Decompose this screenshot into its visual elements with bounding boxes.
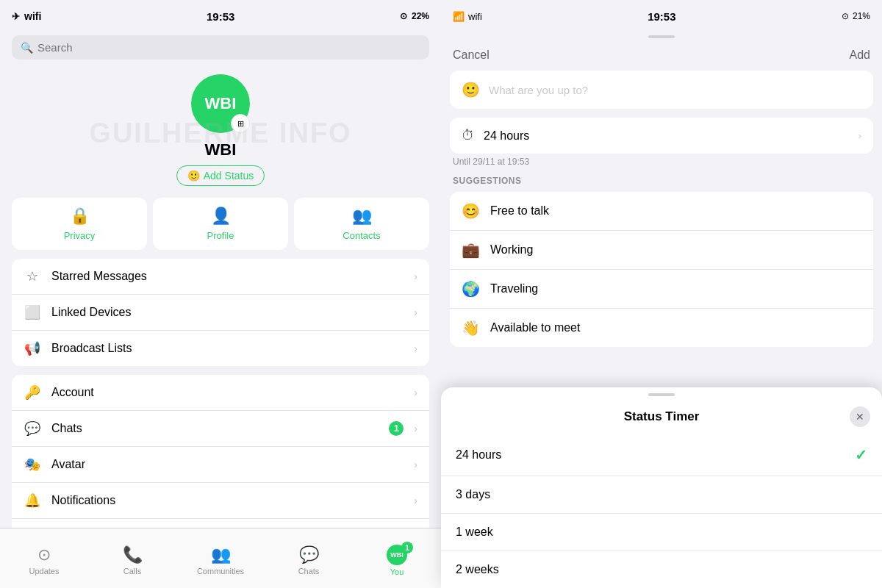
timer-option-24h[interactable]: 24 hours ✓ — [441, 434, 882, 476]
status-placeholder: What are you up to? — [489, 84, 588, 96]
suggestions-label: SUGGESTIONS — [453, 176, 873, 186]
profile-label: Profile — [207, 230, 234, 241]
traveling-emoji: 🌍 — [462, 280, 480, 298]
timer-option-3d[interactable]: 3 days — [441, 476, 882, 514]
you-tab-wrap: WBI 1 — [387, 545, 407, 565]
bottom-tab-bar: ⊙ Updates 📞 Calls 👥 Communities 💬 Chats … — [0, 528, 441, 588]
menu-group-1: ☆ Starred Messages › ⬜ Linked Devices › … — [12, 259, 429, 366]
chevron-right-icon: › — [414, 270, 417, 282]
battery-percent-right: 21% — [853, 11, 870, 21]
tab-updates-label: Updates — [29, 567, 60, 576]
key-icon: 🔑 — [24, 384, 41, 401]
drag-handle — [648, 35, 675, 38]
timer-1w-label: 1 week — [456, 526, 493, 539]
menu-item-broadcast[interactable]: 📢 Broadcast Lists › — [12, 331, 429, 366]
notifications-label: Notifications — [51, 494, 404, 507]
timer-2w-label: 2 weeks — [456, 563, 499, 576]
left-scroll: 🔍 WBI ⊞ WBI 🙂 Add Status GUILHERME INFO — [0, 32, 441, 588]
available-emoji: 👋 — [462, 319, 480, 337]
status-time-right: 19:53 — [648, 10, 675, 23]
status-bar-right: 📶 wifi 19:53 ⊙ 21% — [441, 0, 882, 32]
starred-label: Starred Messages — [51, 270, 404, 283]
menu-item-notifications[interactable]: 🔔 Notifications › — [12, 483, 429, 519]
profile-name: WBI — [205, 140, 237, 159]
suggestion-free-to-talk[interactable]: 😊 Free to talk — [450, 192, 873, 231]
search-input[interactable] — [37, 41, 420, 54]
available-label: Available to meet — [490, 321, 580, 334]
bell-icon: 🔔 — [24, 492, 41, 509]
timer-chevron-icon: › — [858, 130, 861, 141]
timer-sheet-title: Status Timer — [473, 409, 850, 424]
sheet-handle-top — [441, 32, 882, 40]
timer-row[interactable]: ⏱ 24 hours › — [450, 118, 873, 154]
chevron-right-icon: › — [414, 423, 417, 434]
modal-header: Cancel Add — [441, 40, 882, 71]
status-input-area[interactable]: 🙂 What are you up to? — [450, 71, 873, 109]
quick-action-contacts[interactable]: 👥 Contacts — [294, 198, 429, 250]
tab-chats[interactable]: 💬 Chats — [265, 541, 353, 576]
chat-icon: 💬 — [24, 420, 41, 437]
check-icon: ✓ — [855, 446, 867, 464]
menu-item-chats[interactable]: 💬 Chats 1 › — [12, 411, 429, 447]
qr-icon: ⊞ — [237, 119, 244, 129]
tab-communities[interactable]: 👥 Communities — [176, 541, 265, 576]
menu-item-linked[interactable]: ⬜ Linked Devices › — [12, 295, 429, 331]
left-panel: ✈ wifi 19:53 ⊙ 22% 🔍 WBI ⊞ WBI — [0, 0, 441, 588]
tab-you-label: You — [390, 567, 404, 576]
chevron-right-icon: › — [414, 387, 417, 398]
menu-item-account[interactable]: 🔑 Account › — [12, 375, 429, 411]
close-icon: ✕ — [856, 411, 864, 423]
chats-tab-icon: 💬 — [299, 545, 319, 564]
suggestion-working[interactable]: 💼 Working — [450, 231, 873, 270]
free-to-talk-label: Free to talk — [490, 204, 549, 218]
timer-option-2w[interactable]: 2 weeks — [441, 551, 882, 588]
location-icon-right: ⊙ — [842, 11, 849, 21]
working-emoji: 💼 — [462, 241, 480, 259]
devices-icon: ⬜ — [24, 304, 41, 320]
updates-icon: ⊙ — [37, 545, 51, 564]
tab-calls-label: Calls — [123, 567, 141, 576]
star-icon: ☆ — [24, 268, 41, 284]
tab-you[interactable]: WBI 1 You — [353, 540, 441, 576]
profile-section: WBI ⊞ WBI 🙂 Add Status GUILHERME INFO — [0, 68, 441, 198]
tab-updates[interactable]: ⊙ Updates — [0, 541, 88, 576]
quick-actions: 🔒 Privacy 👤 Profile 👥 Contacts — [12, 198, 429, 250]
tab-calls[interactable]: 📞 Calls — [88, 541, 176, 576]
quick-action-profile[interactable]: 👤 Profile — [153, 198, 288, 250]
signal-icons-right: 📶 wifi — [453, 11, 482, 22]
working-label: Working — [490, 243, 533, 257]
wifi-icon: wifi — [24, 10, 41, 22]
battery-text: 22% — [412, 11, 429, 21]
suggestion-available[interactable]: 👋 Available to meet — [450, 309, 873, 347]
menu-item-avatar[interactable]: 🎭 Avatar › — [12, 447, 429, 483]
timer-label: 24 hours — [484, 129, 850, 143]
phone-signal-icon: 📶 — [453, 11, 465, 22]
person-icon: 👤 — [211, 207, 231, 226]
quick-action-privacy[interactable]: 🔒 Privacy — [12, 198, 147, 250]
clock-icon: ⏱ — [462, 128, 475, 143]
broadcast-label: Broadcast Lists — [51, 342, 404, 355]
cancel-button[interactable]: Cancel — [453, 49, 490, 62]
timer-24h-label: 24 hours — [456, 448, 501, 462]
timer-sheet: Status Timer ✕ 24 hours ✓ 3 days 1 week … — [441, 387, 882, 588]
broadcast-icon: 📢 — [24, 340, 41, 356]
avatar-container: WBI ⊞ — [191, 74, 250, 133]
search-bar[interactable]: 🔍 — [12, 35, 429, 60]
qr-badge[interactable]: ⊞ — [231, 114, 250, 133]
contacts-icon: 👥 — [352, 207, 372, 226]
status-time-left: 19:53 — [207, 10, 234, 23]
airplane-icon: ✈ — [12, 11, 20, 22]
timer-option-1w[interactable]: 1 week — [441, 514, 882, 551]
suggestion-traveling[interactable]: 🌍 Traveling — [450, 270, 873, 309]
add-status-button[interactable]: 🙂 Add Status — [176, 165, 265, 186]
contacts-label: Contacts — [343, 230, 380, 241]
add-status-icon: 🙂 — [187, 170, 200, 182]
menu-item-starred[interactable]: ☆ Starred Messages › — [12, 259, 429, 295]
right-panel: 📶 wifi 19:53 ⊙ 21% Cancel Add 🙂 What are… — [441, 0, 882, 588]
timer-sheet-close-button[interactable]: ✕ — [850, 406, 870, 427]
lock-icon: 🔒 — [70, 207, 90, 226]
add-button[interactable]: Add — [850, 49, 870, 62]
emoji-icon: 🙂 — [462, 81, 480, 98]
chevron-right-icon: › — [414, 306, 417, 318]
suggestions-list: 😊 Free to talk 💼 Working 🌍 Traveling 👋 A… — [450, 192, 873, 347]
